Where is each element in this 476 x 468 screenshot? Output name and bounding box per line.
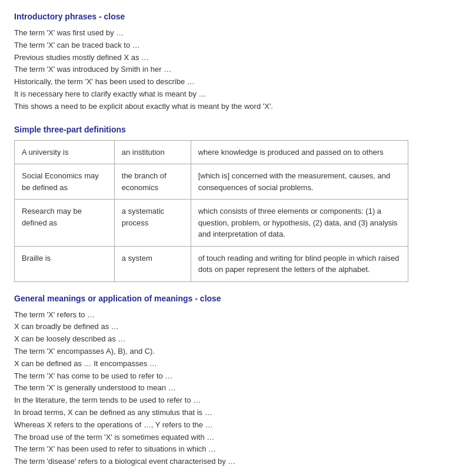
general-line: The broad use of the term 'X' is sometim… (14, 432, 462, 444)
table-cell: the branch of economics (114, 164, 191, 200)
table-row: Braille isa systemof touch reading and w… (15, 246, 408, 281)
table-row: Research may be defined asa systematic p… (15, 200, 408, 247)
general-line: X can be defined as … It encompasses … (14, 358, 462, 370)
intro-line: It is necessary here to clarify exactly … (14, 88, 462, 101)
table-row: A university isan institutionwhere knowl… (15, 140, 408, 164)
general-line: X can be loosely described as … (14, 333, 462, 346)
table-cell: Research may be defined as (15, 200, 115, 247)
general-line: The term 'disease' refers to a biologica… (14, 456, 462, 468)
general-line: Whereas X refers to the operations of …,… (14, 419, 462, 432)
intro-line: This shows a need to be explicit about e… (14, 101, 462, 113)
general-section: General meanings or application of meani… (14, 294, 462, 468)
intro-line: The term 'X' was first used by … (14, 27, 462, 39)
definitions-table: A university isan institutionwhere knowl… (14, 140, 408, 282)
introductory-title: Introductory phrases - close (14, 12, 462, 21)
table-cell: which consists of three elements or comp… (191, 200, 408, 247)
intro-line: The term 'X' was introduced by Smith in … (14, 64, 462, 76)
intro-line: The term 'X' can be traced back to … (14, 39, 462, 52)
general-line: In broad terms, X can be defined as any … (14, 407, 462, 419)
general-line: The term 'X' encompasses A), B), and C). (14, 346, 462, 358)
table-cell: Braille is (15, 246, 115, 281)
introductory-lines: The term 'X' was first used by …The term… (14, 27, 462, 113)
definitions-title: Simple three-part definitions (14, 125, 462, 134)
intro-line: Previous studies mostly defined X as … (14, 52, 462, 64)
definitions-section: Simple three-part definitions A universi… (14, 125, 462, 282)
general-line: In the literature, the term tends to be … (14, 394, 462, 407)
table-cell: A university is (15, 140, 115, 164)
table-cell: an institution (114, 140, 191, 164)
table-cell: [which is] concerned with the measuremen… (191, 164, 408, 200)
table-cell: a system (114, 246, 191, 281)
intro-line: Historically, the term 'X' has been used… (14, 76, 462, 88)
general-lines: The term 'X' refers to …X can broadly be… (14, 309, 462, 468)
table-row: Social Economics may be defined asthe br… (15, 164, 408, 200)
general-line: The term 'X' has been used to refer to s… (14, 443, 462, 456)
table-cell: of touch reading and writing for blind p… (191, 246, 408, 281)
table-cell: where knowledge is produced and passed o… (191, 140, 408, 164)
introductory-phrases-section: Introductory phrases - close The term 'X… (14, 12, 462, 113)
general-line: X can broadly be defined as … (14, 321, 462, 333)
general-line: The term 'X' has come to be used to refe… (14, 370, 462, 383)
general-line: The term 'X' refers to … (14, 309, 462, 321)
general-title: General meanings or application of meani… (14, 294, 462, 303)
table-cell: a systematic process (114, 200, 191, 247)
general-line: The term 'X' is generally understood to … (14, 382, 462, 394)
table-cell: Social Economics may be defined as (15, 164, 115, 200)
